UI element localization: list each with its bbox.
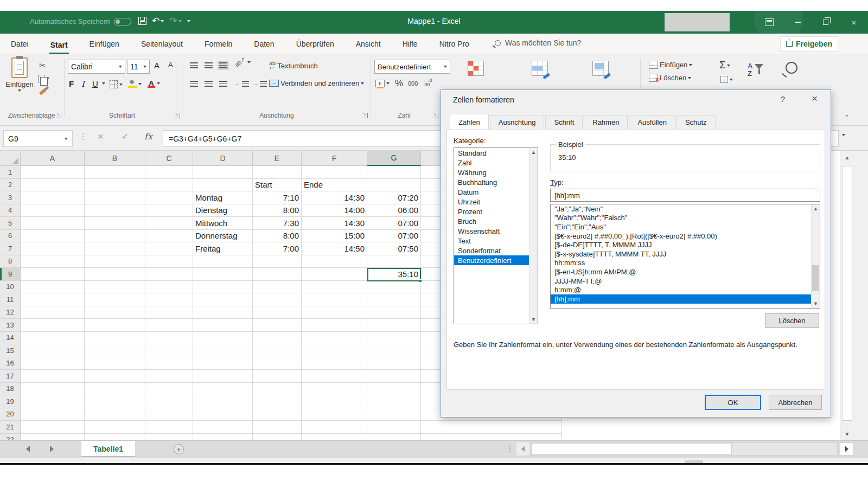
font-family-combobox[interactable]: Calibri — [68, 60, 125, 74]
cut-button[interactable]: ✂ — [39, 61, 46, 70]
cell-D13[interactable] — [193, 319, 253, 332]
ribbon-tab-daten[interactable]: Daten — [253, 37, 275, 50]
row-header-18[interactable]: 18 — [0, 383, 21, 396]
increase-indent-button[interactable]: → — [252, 80, 267, 87]
dialog-tab-ausfüllen[interactable]: Ausfüllen — [629, 115, 675, 129]
row-header-15[interactable]: 15 — [0, 344, 21, 357]
formula-bar-handle[interactable]: ⋮ — [79, 132, 87, 142]
category-item[interactable]: Wissenschaft — [454, 226, 538, 236]
column-header-E[interactable]: E — [253, 151, 302, 166]
cell-A16[interactable] — [21, 357, 85, 370]
column-header-G[interactable]: G — [367, 151, 421, 166]
category-item[interactable]: Standard — [454, 148, 538, 158]
cell-F18[interactable] — [302, 383, 367, 396]
zoom-slider-thumb[interactable] — [795, 463, 797, 465]
horizontal-scroll-thumb[interactable] — [531, 443, 732, 455]
cell-F8[interactable] — [302, 255, 367, 268]
cell-A4[interactable] — [21, 204, 85, 217]
cell-C6[interactable] — [145, 230, 193, 243]
zoom-out-button[interactable]: − — [764, 463, 769, 465]
row-header-7[interactable]: 7 — [0, 242, 21, 255]
find-select-button[interactable] — [786, 62, 797, 74]
cell-C7[interactable] — [145, 242, 193, 255]
cell-C15[interactable] — [145, 344, 193, 357]
row-header-17[interactable]: 17 — [0, 370, 21, 383]
cell-B15[interactable] — [85, 344, 145, 357]
copy-button[interactable] — [38, 75, 49, 82]
cell-D21[interactable] — [193, 421, 253, 434]
ribbon-tab-datei[interactable]: Datei — [10, 37, 30, 50]
format-painter-button[interactable] — [39, 90, 47, 93]
cell-F15[interactable] — [302, 344, 367, 357]
name-box[interactable]: G9 — [3, 130, 73, 147]
cell-C1[interactable] — [145, 166, 193, 179]
cell-F17[interactable] — [302, 370, 367, 383]
fill-handle[interactable] — [419, 279, 422, 282]
cell-F5[interactable]: 14:30 — [302, 217, 367, 230]
scroll-thumb[interactable] — [812, 265, 819, 291]
scroll-up-icon[interactable]: ▲ — [840, 151, 854, 164]
cell-G18[interactable] — [367, 383, 421, 396]
merge-center-button[interactable]: ↔ Verbinden und zentrieren — [269, 79, 364, 87]
add-sheet-button[interactable]: + — [174, 444, 184, 454]
cell-F10[interactable] — [302, 281, 367, 294]
page-layout-view-button[interactable] — [706, 460, 725, 465]
close-button[interactable]: × — [840, 11, 868, 34]
comma-style-button[interactable]: 000 — [408, 80, 418, 87]
cell-E14[interactable] — [253, 332, 302, 345]
wrap-text-button[interactable]: ab↩ Textumbruch — [269, 61, 318, 70]
tab-splitter-handle[interactable]: ⋮ — [506, 444, 513, 453]
cell-C4[interactable] — [145, 204, 193, 217]
accounting-format-button[interactable]: € — [375, 80, 390, 87]
cell-D2[interactable] — [193, 179, 253, 192]
row-header-8[interactable]: 8 — [0, 255, 21, 268]
cell-E21[interactable] — [253, 421, 302, 434]
format-item[interactable]: JJJJ-MM-TT;@ — [551, 277, 820, 286]
collapse-ribbon-button[interactable]: ⌃ — [840, 114, 854, 125]
row-header-12[interactable]: 12 — [0, 306, 21, 319]
cell-G16[interactable] — [367, 357, 421, 370]
font-size-combobox[interactable]: 11 — [127, 60, 150, 74]
cell-D16[interactable] — [193, 357, 253, 370]
row-header-13[interactable]: 13 — [0, 319, 21, 332]
cell-G14[interactable] — [367, 332, 421, 345]
cell-D8[interactable] — [193, 255, 253, 268]
dialog-close-button[interactable]: × — [812, 93, 818, 105]
cell-F16[interactable] — [302, 357, 367, 370]
cell-E13[interactable] — [253, 319, 302, 332]
cell-A22[interactable] — [21, 434, 85, 441]
cell-B19[interactable] — [85, 395, 145, 408]
row-header-14[interactable]: 14 — [0, 332, 21, 345]
cell-B1[interactable] — [85, 166, 145, 179]
cell-G12[interactable] — [367, 306, 421, 319]
sheet-tab-active[interactable]: Tabelle1 — [81, 441, 135, 458]
restore-button[interactable] — [812, 11, 840, 34]
cell-G6[interactable]: 07:00 — [367, 230, 421, 243]
cell-F13[interactable] — [302, 319, 367, 332]
cell-E1[interactable] — [253, 166, 302, 179]
cell-A11[interactable] — [21, 293, 85, 306]
cell-E3[interactable]: 7:10 — [253, 191, 302, 204]
cell-D7[interactable]: Freitag — [193, 242, 253, 255]
dialog-tab-ausrichtung[interactable]: Ausrichtung — [490, 115, 545, 129]
row-header-9[interactable]: 9 — [0, 268, 21, 281]
dialog-tab-schutz[interactable]: Schutz — [676, 115, 716, 129]
ribbon-tab-einfügen[interactable]: Einfügen — [88, 37, 120, 50]
format-item[interactable]: "Ein";"Ein";"Aus" — [551, 222, 820, 232]
category-item[interactable]: Datum — [454, 187, 538, 197]
cell-D15[interactable] — [193, 344, 253, 357]
cell-B18[interactable] — [85, 383, 145, 396]
cell-C13[interactable] — [145, 319, 193, 332]
fill-button[interactable]: ↓ — [720, 76, 733, 83]
category-item[interactable]: Zahl — [454, 158, 538, 168]
ribbon-tab-seitenlayout[interactable]: Seitenlayout — [140, 37, 184, 50]
cell-B5[interactable] — [85, 217, 145, 230]
cell-B3[interactable] — [85, 191, 145, 204]
cell-A8[interactable] — [21, 255, 85, 268]
cell-E15[interactable] — [253, 344, 302, 357]
cell-A12[interactable] — [21, 306, 85, 319]
cell-C19[interactable] — [145, 395, 193, 408]
expand-formula-bar-button[interactable] — [842, 134, 845, 136]
align-top-button[interactable] — [188, 61, 200, 70]
cell-G21[interactable] — [367, 421, 421, 434]
